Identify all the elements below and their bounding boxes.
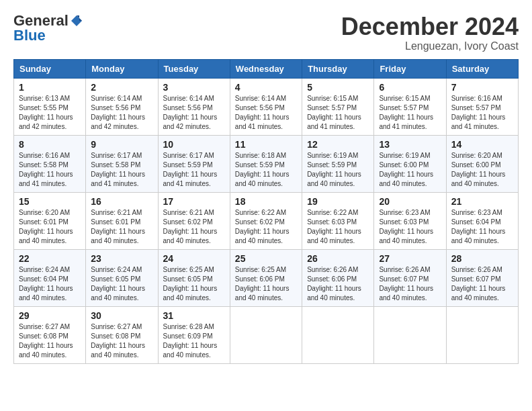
day-info: Sunrise: 6:26 AMSunset: 6:07 PMDaylight:…: [379, 265, 441, 303]
calendar-cell: 16Sunrise: 6:21 AMSunset: 6:01 PMDayligh…: [86, 192, 158, 249]
day-info: Sunrise: 6:20 AMSunset: 6:00 PMDaylight:…: [451, 151, 513, 189]
day-info: Sunrise: 6:14 AMSunset: 5:56 PMDaylight:…: [235, 94, 297, 132]
calendar-cell: 13Sunrise: 6:19 AMSunset: 6:00 PMDayligh…: [374, 135, 446, 192]
calendar-cell: [230, 306, 302, 363]
day-number: 22: [19, 253, 81, 264]
calendar-week-row: 29Sunrise: 6:27 AMSunset: 6:08 PMDayligh…: [14, 306, 519, 363]
logo-blue-text: Blue: [13, 28, 46, 43]
calendar-cell: 3Sunrise: 6:14 AMSunset: 5:56 PMDaylight…: [158, 78, 230, 135]
calendar-table: SundayMondayTuesdayWednesdayThursdayFrid…: [13, 59, 519, 364]
day-number: 17: [163, 196, 225, 207]
day-number: 21: [451, 196, 513, 207]
day-info: Sunrise: 6:16 AMSunset: 5:57 PMDaylight:…: [451, 94, 513, 132]
calendar-cell: 4Sunrise: 6:14 AMSunset: 5:56 PMDaylight…: [230, 78, 302, 135]
logo: General Blue: [13, 13, 83, 43]
day-info: Sunrise: 6:15 AMSunset: 5:57 PMDaylight:…: [307, 94, 369, 132]
calendar-cell: [374, 306, 446, 363]
day-number: 7: [451, 82, 513, 93]
calendar-week-row: 15Sunrise: 6:20 AMSunset: 6:01 PMDayligh…: [14, 192, 519, 249]
logo-icon: [70, 14, 83, 28]
calendar-cell: 27Sunrise: 6:26 AMSunset: 6:07 PMDayligh…: [374, 249, 446, 306]
day-number: 9: [91, 139, 152, 150]
calendar-week-row: 1Sunrise: 6:13 AMSunset: 5:55 PMDaylight…: [14, 78, 519, 135]
day-number: 31: [163, 310, 225, 321]
calendar-cell: [446, 306, 518, 363]
calendar-cell: 2Sunrise: 6:14 AMSunset: 5:56 PMDaylight…: [86, 78, 158, 135]
calendar-cell: 29Sunrise: 6:27 AMSunset: 6:08 PMDayligh…: [14, 306, 86, 363]
calendar-cell: 17Sunrise: 6:21 AMSunset: 6:02 PMDayligh…: [158, 192, 230, 249]
calendar-cell: 11Sunrise: 6:18 AMSunset: 5:59 PMDayligh…: [230, 135, 302, 192]
day-info: Sunrise: 6:25 AMSunset: 6:06 PMDaylight:…: [235, 265, 297, 303]
day-number: 8: [19, 139, 81, 150]
weekday-header: Saturday: [446, 59, 518, 78]
weekday-header: Wednesday: [230, 59, 302, 78]
weekday-header: Friday: [374, 59, 446, 78]
calendar-cell: 18Sunrise: 6:22 AMSunset: 6:02 PMDayligh…: [230, 192, 302, 249]
day-info: Sunrise: 6:14 AMSunset: 5:56 PMDaylight:…: [163, 94, 225, 132]
calendar-cell: 28Sunrise: 6:26 AMSunset: 6:07 PMDayligh…: [446, 249, 518, 306]
day-number: 6: [379, 82, 441, 93]
day-number: 28: [451, 253, 513, 264]
calendar-cell: 15Sunrise: 6:20 AMSunset: 6:01 PMDayligh…: [14, 192, 86, 249]
day-number: 23: [91, 253, 152, 264]
calendar-week-row: 8Sunrise: 6:16 AMSunset: 5:58 PMDaylight…: [14, 135, 519, 192]
day-info: Sunrise: 6:27 AMSunset: 6:08 PMDaylight:…: [91, 322, 152, 360]
day-info: Sunrise: 6:22 AMSunset: 6:02 PMDaylight:…: [235, 208, 297, 246]
logo-general-text: General: [13, 13, 69, 28]
weekday-header: Thursday: [302, 59, 374, 78]
title-block: December 2024 Lenguezan, Ivory Coast: [341, 13, 519, 52]
calendar-cell: 31Sunrise: 6:28 AMSunset: 6:09 PMDayligh…: [158, 306, 230, 363]
weekday-header: Tuesday: [158, 59, 230, 78]
day-info: Sunrise: 6:24 AMSunset: 6:04 PMDaylight:…: [19, 265, 81, 303]
day-info: Sunrise: 6:26 AMSunset: 6:07 PMDaylight:…: [451, 265, 513, 303]
day-number: 12: [307, 139, 369, 150]
day-info: Sunrise: 6:28 AMSunset: 6:09 PMDaylight:…: [163, 322, 225, 360]
calendar-cell: 22Sunrise: 6:24 AMSunset: 6:04 PMDayligh…: [14, 249, 86, 306]
page-header: General Blue December 2024 Lenguezan, Iv…: [13, 13, 519, 52]
day-number: 4: [235, 82, 297, 93]
day-info: Sunrise: 6:19 AMSunset: 5:59 PMDaylight:…: [307, 151, 369, 189]
day-info: Sunrise: 6:24 AMSunset: 6:05 PMDaylight:…: [91, 265, 152, 303]
day-info: Sunrise: 6:17 AMSunset: 5:59 PMDaylight:…: [163, 151, 225, 189]
month-title: December 2024: [341, 13, 519, 40]
day-number: 10: [163, 139, 225, 150]
calendar-cell: 9Sunrise: 6:17 AMSunset: 5:58 PMDaylight…: [86, 135, 158, 192]
day-number: 16: [91, 196, 152, 207]
day-number: 3: [163, 82, 225, 93]
calendar-cell: 25Sunrise: 6:25 AMSunset: 6:06 PMDayligh…: [230, 249, 302, 306]
day-number: 14: [451, 139, 513, 150]
calendar-cell: 8Sunrise: 6:16 AMSunset: 5:58 PMDaylight…: [14, 135, 86, 192]
day-info: Sunrise: 6:20 AMSunset: 6:01 PMDaylight:…: [19, 208, 81, 246]
day-info: Sunrise: 6:26 AMSunset: 6:06 PMDaylight:…: [307, 265, 369, 303]
day-number: 25: [235, 253, 297, 264]
day-number: 1: [19, 82, 81, 93]
day-number: 2: [91, 82, 152, 93]
calendar-cell: 24Sunrise: 6:25 AMSunset: 6:05 PMDayligh…: [158, 249, 230, 306]
day-info: Sunrise: 6:19 AMSunset: 6:00 PMDaylight:…: [379, 151, 441, 189]
calendar-cell: 14Sunrise: 6:20 AMSunset: 6:00 PMDayligh…: [446, 135, 518, 192]
day-info: Sunrise: 6:22 AMSunset: 6:03 PMDaylight:…: [307, 208, 369, 246]
day-number: 30: [91, 310, 152, 321]
day-number: 20: [379, 196, 441, 207]
calendar-cell: 10Sunrise: 6:17 AMSunset: 5:59 PMDayligh…: [158, 135, 230, 192]
day-info: Sunrise: 6:16 AMSunset: 5:58 PMDaylight:…: [19, 151, 81, 189]
calendar-cell: 19Sunrise: 6:22 AMSunset: 6:03 PMDayligh…: [302, 192, 374, 249]
calendar-cell: 23Sunrise: 6:24 AMSunset: 6:05 PMDayligh…: [86, 249, 158, 306]
calendar-cell: 26Sunrise: 6:26 AMSunset: 6:06 PMDayligh…: [302, 249, 374, 306]
calendar-cell: 6Sunrise: 6:15 AMSunset: 5:57 PMDaylight…: [374, 78, 446, 135]
day-info: Sunrise: 6:27 AMSunset: 6:08 PMDaylight:…: [19, 322, 81, 360]
day-info: Sunrise: 6:21 AMSunset: 6:01 PMDaylight:…: [91, 208, 152, 246]
day-info: Sunrise: 6:23 AMSunset: 6:04 PMDaylight:…: [451, 208, 513, 246]
calendar-cell: 1Sunrise: 6:13 AMSunset: 5:55 PMDaylight…: [14, 78, 86, 135]
day-info: Sunrise: 6:15 AMSunset: 5:57 PMDaylight:…: [379, 94, 441, 132]
calendar-cell: 7Sunrise: 6:16 AMSunset: 5:57 PMDaylight…: [446, 78, 518, 135]
day-info: Sunrise: 6:25 AMSunset: 6:05 PMDaylight:…: [163, 265, 225, 303]
day-info: Sunrise: 6:13 AMSunset: 5:55 PMDaylight:…: [19, 94, 81, 132]
day-number: 27: [379, 253, 441, 264]
calendar-cell: 20Sunrise: 6:23 AMSunset: 6:03 PMDayligh…: [374, 192, 446, 249]
calendar-cell: 12Sunrise: 6:19 AMSunset: 5:59 PMDayligh…: [302, 135, 374, 192]
day-info: Sunrise: 6:23 AMSunset: 6:03 PMDaylight:…: [379, 208, 441, 246]
day-info: Sunrise: 6:14 AMSunset: 5:56 PMDaylight:…: [91, 94, 152, 132]
day-number: 5: [307, 82, 369, 93]
calendar-cell: 30Sunrise: 6:27 AMSunset: 6:08 PMDayligh…: [86, 306, 158, 363]
